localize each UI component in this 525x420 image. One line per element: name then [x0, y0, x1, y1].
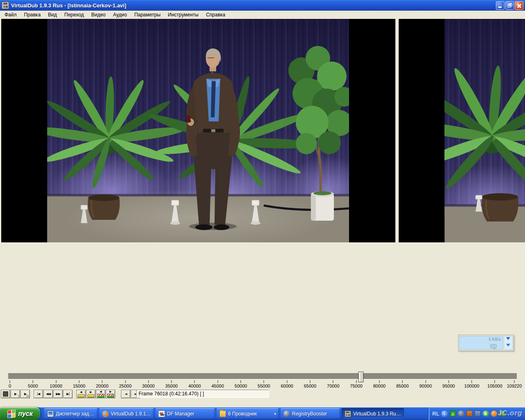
input-video-frame — [1, 19, 395, 242]
taskmgr-icon — [47, 411, 54, 417]
download-arrow-icon[interactable] — [506, 337, 510, 342]
registry-icon — [283, 411, 290, 417]
chat-tray-icon[interactable] — [499, 411, 505, 417]
tick-mark — [171, 380, 172, 383]
start-label: пуск — [18, 410, 33, 418]
tick-mark — [495, 380, 495, 383]
task-label: VirtualDub 1.9.3 Rus... — [353, 411, 401, 417]
tick-label: 15000 — [73, 383, 86, 388]
timeline-thumb[interactable] — [358, 372, 364, 382]
input-video-pane — [1, 18, 396, 243]
tick-mark — [472, 380, 472, 383]
download-speed-widget[interactable]: 5 KB/s — [458, 335, 514, 351]
menu-инструменты[interactable]: Инструменты — [164, 11, 202, 18]
taskbar-task-firefox[interactable]: VirtualDub 1.9.1 : П... — [99, 408, 154, 419]
taskbar-task-registry[interactable]: RegistryBooster — [281, 408, 340, 419]
avast-tray-icon[interactable]: a — [483, 411, 489, 417]
tick-label: 20000 — [96, 383, 109, 388]
task-label: Диспетчер задач ... — [56, 411, 95, 417]
speed-label: 5 KB/s — [489, 337, 501, 342]
taskbar-task-folder[interactable]: 6 Проводник▾ — [217, 408, 279, 419]
tick-label: 70000 — [327, 383, 340, 388]
menu-bar: ФайлПравкаВидПереходВидеоАудиоПараметрыИ… — [0, 11, 525, 18]
step-back-button[interactable]: ◀◀ — [43, 390, 53, 398]
tick-mark — [125, 380, 126, 383]
tick-mark — [241, 380, 241, 383]
tick-mark — [425, 380, 426, 383]
mark-in-button[interactable]: ◄ — [121, 390, 130, 398]
tick-label: 35000 — [165, 383, 178, 388]
tick-mark — [379, 380, 379, 383]
tray-collapse-chevron-icon[interactable]: ‹ — [441, 411, 448, 417]
tick-mark — [102, 380, 103, 383]
tick-mark — [217, 380, 218, 383]
virtualdub-app-icon — [2, 2, 9, 9]
tick-label: 100000 — [464, 383, 479, 388]
tick-label: 109220 — [507, 383, 522, 388]
menu-видео[interactable]: Видео — [87, 11, 109, 18]
expand-arrow-icon[interactable] — [506, 344, 510, 349]
windows-flag-icon — [7, 409, 16, 418]
menu-переход[interactable]: Переход — [61, 11, 88, 18]
tick-label: 95000 — [443, 383, 455, 388]
task-label: 6 Проводник — [228, 411, 257, 417]
tick-mark — [79, 380, 79, 383]
tick-mark — [33, 380, 33, 383]
prev-keyframe-button[interactable] — [76, 390, 86, 398]
tick-mark — [264, 380, 264, 383]
tick-mark — [310, 380, 310, 383]
network-tray-icon[interactable] — [475, 411, 481, 417]
prev-scene-button[interactable] — [96, 390, 105, 398]
play-input-button[interactable]: ▶I — [11, 390, 20, 398]
tick-mark — [448, 380, 449, 383]
tick-mark — [514, 380, 515, 383]
tick-mark — [356, 380, 356, 383]
window-title: VirtualDub 1.9.3 Rus - [Istinnaia-Cerkov… — [11, 2, 496, 9]
title-bar: VirtualDub 1.9.3 Rus - [Istinnaia-Cerkov… — [0, 0, 525, 11]
menu-справка[interactable]: Справка — [202, 11, 229, 18]
tick-label: 40000 — [188, 383, 201, 388]
next-keyframe-button[interactable] — [86, 390, 96, 398]
step-forward-button[interactable]: ▶▶ — [53, 390, 63, 398]
tick-label: 65000 — [304, 383, 317, 388]
tick-mark — [56, 380, 56, 383]
stop-button[interactable] — [1, 390, 10, 398]
go-start-button[interactable]: |◀ — [34, 390, 43, 398]
go-end-button[interactable]: ▶| — [63, 390, 73, 398]
next-scene-button[interactable] — [106, 390, 115, 398]
menu-параметры[interactable]: Параметры — [130, 11, 164, 18]
speed-display: 5 KB/s — [459, 336, 503, 350]
tick-label: 55000 — [258, 383, 270, 388]
dfmanager-icon — [158, 411, 165, 417]
menu-правка[interactable]: Правка — [21, 11, 45, 18]
tick-label: 105000 — [487, 383, 502, 388]
start-button[interactable]: пуск — [0, 407, 40, 420]
menu-вид[interactable]: Вид — [44, 11, 61, 18]
downloader-tray-icon[interactable] — [491, 411, 497, 417]
brown-pot-output — [482, 193, 518, 221]
folder-icon — [219, 411, 226, 417]
menu-аудио[interactable]: Аудио — [110, 11, 131, 18]
frame-status: Frame 76018 (0:42:16.470) [ ] — [136, 390, 269, 398]
tick-label: 45000 — [211, 383, 224, 388]
minimize-button[interactable] — [496, 1, 504, 10]
tick-label: 10000 — [50, 383, 62, 388]
play-output-button[interactable]: ▶O — [21, 390, 30, 398]
tick-mark — [194, 380, 195, 383]
taskbar-task-vdub[interactable]: VirtualDub 1.9.3 Rus... — [342, 408, 404, 419]
mail-tray-icon[interactable] — [466, 411, 472, 417]
tick-mark — [10, 380, 10, 383]
tick-label: 5000 — [28, 383, 38, 388]
task-label: VirtualDub 1.9.1 : П... — [111, 411, 151, 417]
menu-файл[interactable]: Файл — [1, 11, 21, 18]
taskbar-task-taskmgr[interactable]: Диспетчер задач ... — [44, 408, 98, 419]
agent-tray-icon[interactable] — [458, 411, 464, 417]
group-dropdown-icon[interactable]: ▾ — [274, 412, 276, 416]
taskbar-task-dfmanager[interactable]: DF Manager — [155, 408, 215, 419]
taskbar: пуск Диспетчер задач ...VirtualDub 1.9.1… — [0, 407, 525, 420]
close-button[interactable] — [515, 1, 523, 10]
language-indicator[interactable]: RL — [432, 411, 439, 417]
tick-mark — [333, 380, 333, 383]
utorrent-tray-icon[interactable]: µ — [450, 411, 456, 417]
restore-button[interactable] — [505, 1, 514, 10]
